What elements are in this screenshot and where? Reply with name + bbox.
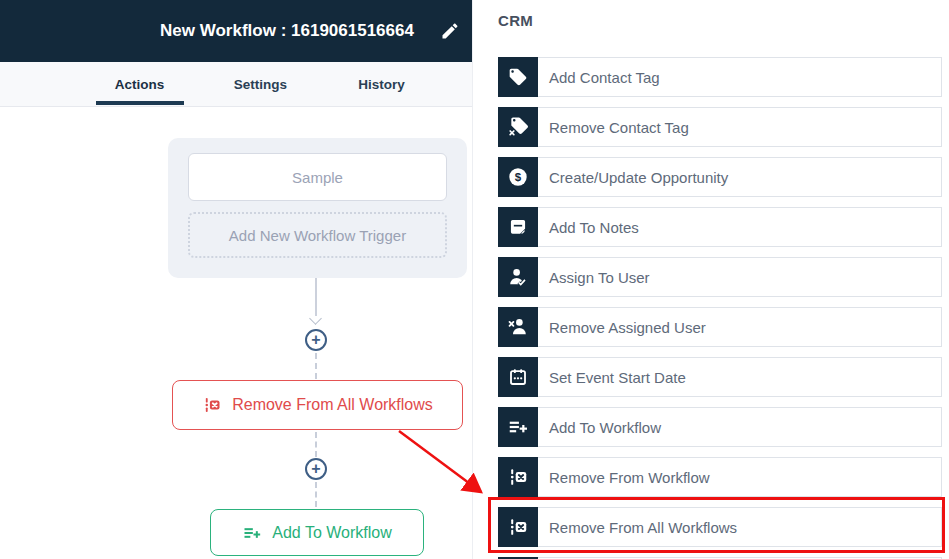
- action-item-remove-from-workflow[interactable]: Remove From Workflow: [498, 457, 942, 497]
- workflow-remove-icon: [498, 507, 538, 547]
- playlist-add-icon: [498, 407, 538, 447]
- connector-line: [315, 278, 317, 316]
- tag-icon: [498, 57, 538, 97]
- workflow-remove-icon: [202, 395, 222, 415]
- action-item-label: Remove From Workflow: [538, 469, 710, 486]
- playlist-add-icon: [242, 523, 262, 543]
- workflow-header: New Workflow : 1619061516664: [0, 0, 472, 62]
- action-item-label: Remove Contact Tag: [538, 119, 689, 136]
- action-item-add-to-workflow[interactable]: Add To Workflow: [498, 407, 942, 447]
- add-trigger-button[interactable]: Add New Workflow Trigger: [188, 212, 447, 258]
- tab-bar: Actions Settings History: [0, 62, 472, 107]
- action-item-set-event-start-date[interactable]: Set Event Start Date: [498, 357, 942, 397]
- user-check-icon: [498, 257, 538, 297]
- action-item-label: Create/Update Opportunity: [538, 169, 728, 186]
- user-remove-icon: [498, 307, 538, 347]
- action-item-label: Add To Notes: [538, 219, 639, 236]
- node-remove-from-all-workflows[interactable]: Remove From All Workflows: [172, 380, 463, 430]
- tab-actions[interactable]: Actions: [79, 62, 200, 106]
- sample-trigger-node[interactable]: Sample: [188, 153, 447, 201]
- arrow-down-icon: [309, 312, 322, 325]
- action-item-label: Add Contact Tag: [538, 69, 660, 86]
- workflow-remove-icon: [498, 457, 538, 497]
- action-item-label: Set Event Start Date: [538, 369, 686, 386]
- action-item-remove-from-all-workflows[interactable]: Remove From All Workflows: [498, 507, 942, 547]
- node-label: Add To Workflow: [272, 524, 391, 542]
- node-add-to-workflow[interactable]: Add To Workflow: [210, 509, 424, 556]
- action-item-remove-contact-tag[interactable]: Remove Contact Tag: [498, 107, 942, 147]
- action-item-add-to-notes[interactable]: Add To Notes: [498, 207, 942, 247]
- pencil-icon[interactable]: [440, 21, 460, 41]
- action-item-label: Remove Assigned User: [538, 319, 706, 336]
- add-step-button-1[interactable]: [305, 329, 327, 351]
- action-item-assign-to-user[interactable]: Assign To User: [498, 257, 942, 297]
- trigger-group: Sample Add New Workflow Trigger: [168, 138, 467, 278]
- action-item-label: Assign To User: [538, 269, 650, 286]
- add-step-button-2[interactable]: [305, 458, 327, 480]
- action-item-remove-assigned-user[interactable]: Remove Assigned User: [498, 307, 942, 347]
- tag-remove-icon: [498, 107, 538, 147]
- connector-dashed: [315, 353, 317, 379]
- panel-section-title: CRM: [498, 12, 533, 29]
- svg-text:$: $: [515, 171, 522, 183]
- action-item-label: Remove From All Workflows: [538, 519, 737, 536]
- actions-panel: CRM Add Contact TagRemove Contact Tag$Cr…: [472, 0, 949, 559]
- action-item-add-contact-tag[interactable]: Add Contact Tag: [498, 57, 942, 97]
- note-icon: [498, 207, 538, 247]
- node-label: Remove From All Workflows: [232, 396, 433, 414]
- action-item-create-update-opportunity[interactable]: $Create/Update Opportunity: [498, 157, 942, 197]
- tab-history[interactable]: History: [321, 62, 442, 106]
- tab-settings[interactable]: Settings: [200, 62, 321, 106]
- dollar-icon: $: [498, 157, 538, 197]
- connector-dashed: [315, 432, 317, 457]
- workflow-editor-pane: New Workflow : 1619061516664 Actions Set…: [0, 0, 472, 559]
- action-item-label: Add To Workflow: [538, 419, 661, 436]
- calendar-icon: [498, 357, 538, 397]
- workflow-title: New Workflow : 1619061516664: [160, 21, 414, 41]
- connector-dashed: [315, 482, 317, 507]
